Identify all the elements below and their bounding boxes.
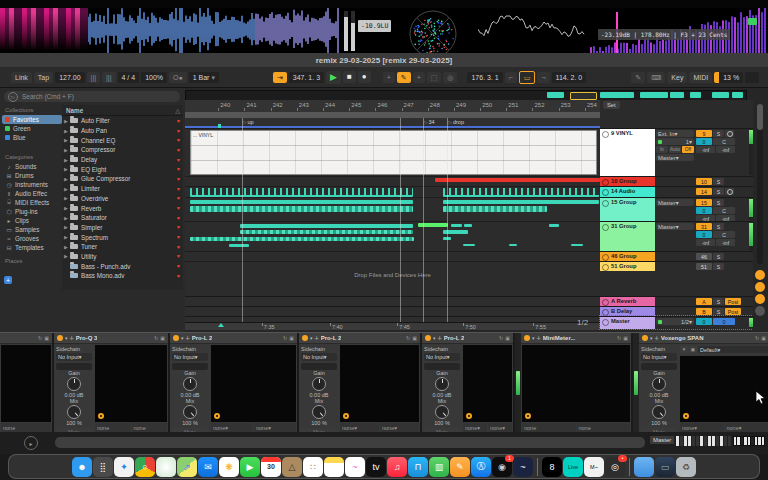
track-name[interactable]: 14 Audio xyxy=(600,187,655,197)
computer-midi-keyboard-button[interactable]: ⌨ xyxy=(647,72,665,83)
stop-button[interactable]: ■ xyxy=(343,71,356,83)
favorite-heart-icon[interactable]: ♥ xyxy=(177,128,180,134)
device-hotswap-icon[interactable]: ✛ xyxy=(186,335,190,341)
sidechain-channel-select[interactable] xyxy=(641,363,677,370)
mixer-activator[interactable]: 31 xyxy=(696,223,712,230)
mixer-solo[interactable]: S xyxy=(713,253,724,260)
record-button[interactable]: ● xyxy=(358,71,371,83)
device-refresh-icon[interactable]: ↻ xyxy=(406,335,410,341)
dock-item-safari[interactable]: ✦ xyxy=(114,457,134,477)
sidechain-input-select[interactable]: No Input▾ xyxy=(301,353,337,361)
favorite-heart-icon[interactable]: ♥ xyxy=(177,166,180,172)
category-item-samples[interactable]: ▭Samples xyxy=(2,225,62,234)
device-lock-icon[interactable]: ▣ xyxy=(289,335,294,341)
device-lock-icon[interactable]: ▣ xyxy=(761,335,766,341)
mixer-arm[interactable] xyxy=(725,130,734,137)
dock-item-trash[interactable]: ♻ xyxy=(676,457,696,477)
time-signature-field[interactable]: 4 / 4 xyxy=(118,72,140,83)
mixer-solo[interactable]: S xyxy=(713,130,724,137)
track-header-9-vinyl[interactable]: 9 VINYLExt. In▾1▾InAutoOffMaster▾9S0C-in… xyxy=(600,128,753,176)
clip-segment[interactable] xyxy=(190,200,413,204)
clip-segment[interactable] xyxy=(190,237,414,240)
favorite-heart-icon[interactable]: ♥ xyxy=(177,234,180,240)
device-hotswap-icon[interactable]: ✛ xyxy=(655,335,659,341)
lane-51-group[interactable] xyxy=(185,261,600,271)
dock-item-notes[interactable] xyxy=(324,457,344,477)
browser-item[interactable]: ▶Glue Compressor♥ xyxy=(62,174,183,184)
map-select[interactable]: none▾ xyxy=(725,423,768,432)
track-header-15-group[interactable]: 15 GroupMaster▾15S0C-inf-inf xyxy=(600,197,753,221)
dock-item-numbers[interactable]: ▥ xyxy=(429,457,449,477)
favorite-heart-icon[interactable]: ♥ xyxy=(177,273,180,279)
dock-item-calendar[interactable]: 30 xyxy=(261,457,281,477)
browser-item[interactable]: ▶Auto Filter♥ xyxy=(62,116,183,126)
lane-46-group[interactable] xyxy=(185,251,600,261)
device-pro-l-2[interactable]: ▾✛Pro-L 2↻▣SidechainNo Input▾Gain0.00 dB… xyxy=(170,333,299,433)
browser-item[interactable]: ▶Channel EQ♥ xyxy=(62,135,183,145)
sidechain-channel-select[interactable] xyxy=(301,363,337,370)
clip-segment[interactable] xyxy=(463,244,475,246)
device-fold-icon[interactable]: ▾ xyxy=(181,335,184,341)
device-refresh-icon[interactable]: ↻ xyxy=(499,335,503,341)
sidechain-channel-select[interactable] xyxy=(56,363,92,370)
device-hotswap-icon[interactable]: ✛ xyxy=(438,335,442,341)
track-unfold-icon[interactable] xyxy=(602,309,609,316)
clip-segment[interactable] xyxy=(435,178,600,182)
map-select[interactable]: none▾ xyxy=(254,423,296,432)
device-titlebar[interactable]: ▾✛Voxengo SPAN↻▣ xyxy=(639,333,768,344)
device-fold-icon[interactable]: ▾ xyxy=(65,335,68,341)
mixer-activator[interactable]: 51 xyxy=(696,263,712,270)
dock-item-obs[interactable]: ◎• xyxy=(605,457,625,477)
category-item-midi-effects[interactable]: ⌸MIDI Effects xyxy=(2,198,62,207)
mixer-activator[interactable]: A xyxy=(696,298,712,305)
device-lock-icon[interactable]: ▣ xyxy=(505,335,510,341)
device-titlebar[interactable]: ▾✛Pro-L 2↻▣ xyxy=(422,333,513,344)
loop-length-field[interactable]: 114. 2. 0 xyxy=(552,72,587,83)
add-folder-icon[interactable]: + xyxy=(4,276,12,284)
device-fold-icon[interactable]: ▾ xyxy=(310,335,313,341)
plugin-display[interactable] xyxy=(211,345,296,422)
category-item-templates[interactable]: ⊟Templates xyxy=(2,243,62,252)
dock-item-downloads-folder[interactable] xyxy=(634,457,654,477)
map-select[interactable]: none xyxy=(132,423,168,432)
arrangement-clips-area[interactable]: ▷up▷34▷drop ... VINYL Drop Files and Dev… xyxy=(185,112,600,330)
sidechain-input-select[interactable]: No Input▾ xyxy=(56,353,92,361)
device-refresh-icon[interactable]: ↻ xyxy=(283,335,287,341)
dock-item-tan-app[interactable]: △ xyxy=(282,457,302,477)
clip-segment[interactable]: ... VINYL xyxy=(190,130,597,175)
input-channel[interactable]: 1▾ xyxy=(656,138,694,145)
favorite-heart-icon[interactable]: ♥ xyxy=(177,263,180,269)
favorite-heart-icon[interactable]: ♥ xyxy=(177,253,180,259)
device-fold-icon[interactable]: ▾ xyxy=(532,335,535,341)
track-unfold-icon[interactable] xyxy=(602,189,609,196)
midi-map-button[interactable]: MIDI xyxy=(689,72,712,83)
mixer-volume[interactable]: -inf xyxy=(696,239,715,246)
gain-knob[interactable] xyxy=(183,377,197,391)
clip-segment[interactable] xyxy=(443,200,599,204)
clip-segment[interactable] xyxy=(451,224,461,227)
track-header-46-group[interactable]: 46 Group46S xyxy=(600,251,753,261)
dock-item-launchpad[interactable]: ⣿ xyxy=(93,457,113,477)
device-activator-icon[interactable] xyxy=(642,335,648,341)
favorite-heart-icon[interactable]: ♥ xyxy=(177,176,180,182)
device-titlebar[interactable]: ▾✛Pro-Q 3↻▣ xyxy=(54,333,168,344)
horizontal-scrollbar[interactable] xyxy=(55,437,645,448)
return-header-a[interactable]: A ReverbASPost xyxy=(600,296,753,306)
browser-search[interactable]: ▷ Search (Cmd + F) xyxy=(4,91,180,102)
punch-in-button[interactable]: ⌐ xyxy=(505,72,517,83)
clip-segment[interactable] xyxy=(240,230,413,234)
track-unfold-icon[interactable] xyxy=(602,264,609,271)
device-pro-l-2[interactable]: ▾✛Pro-L 2↻▣SidechainNo Input▾Gain0.00 dB… xyxy=(299,333,422,433)
device-titlebar[interactable]: ▾✛Pro-L 2↻▣ xyxy=(170,333,297,344)
device-hotswap-icon[interactable]: ✛ xyxy=(70,335,74,341)
favorite-heart-icon[interactable]: ♥ xyxy=(177,224,180,230)
mix-knob[interactable] xyxy=(67,405,81,419)
dock-item-maps[interactable]: ⇗ xyxy=(177,457,197,477)
beat-time-ruler[interactable]: 2402412422432442452462472482492502512522… xyxy=(185,100,600,112)
device-voxengo-span[interactable]: ▾✛Voxengo SPAN↻▣SidechainNo Input▾Gain0.… xyxy=(639,333,768,433)
device-partial[interactable]: ↻▣none xyxy=(0,333,54,433)
browser-item[interactable]: Bass Mono.adv♥ xyxy=(62,271,183,281)
lane-9-vinyl[interactable]: ... VINYL xyxy=(185,128,600,176)
sidechain-channel-select[interactable] xyxy=(172,363,208,370)
category-item-clips[interactable]: ▸Clips xyxy=(2,216,62,225)
